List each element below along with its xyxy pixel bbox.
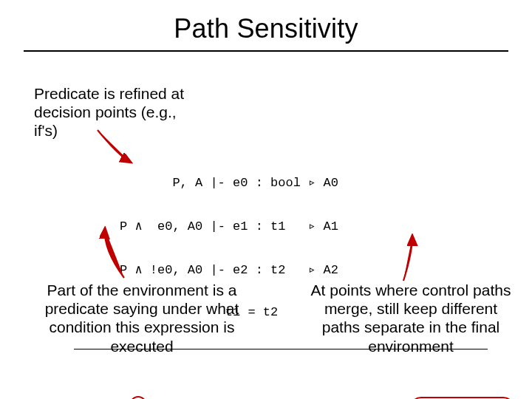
rule-premise-1: P, A |- e0 : bool ▹ A0 bbox=[120, 174, 497, 190]
note-bottom-right: At points where control paths merge, sti… bbox=[307, 281, 514, 355]
typing-rule: P, A |- e0 : bool ▹ A0 P ∧ e0, A0 |- e1 … bbox=[120, 146, 497, 399]
note-bottom-left: Part of the environment is a predicate s… bbox=[38, 281, 245, 355]
circled-P: P bbox=[129, 396, 147, 399]
rule-premise-3: P ∧ !e0, A0 |- e2 : t2 ▹ A2 bbox=[120, 262, 497, 277]
note-top: Predicate is refined at decision points … bbox=[34, 84, 189, 140]
title-rule bbox=[24, 50, 508, 52]
rule-premise-2: P ∧ e0, A0 |- e1 : t1 ▹ A1 bbox=[120, 218, 497, 233]
rule-conclusion: P, A |- if e0 then e1 else e2 : t1, e0 ?… bbox=[99, 382, 497, 399]
slide-title: Path Sensitivity bbox=[0, 13, 532, 44]
